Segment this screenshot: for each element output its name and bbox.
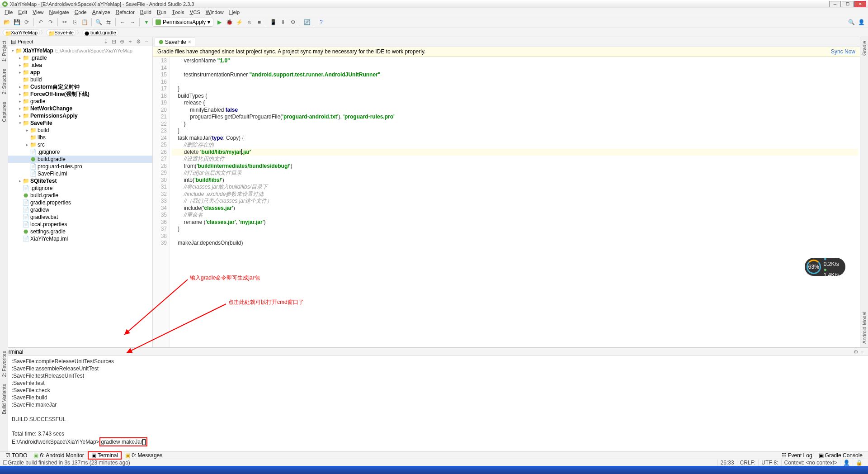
menu-run[interactable]: Run xyxy=(154,9,169,15)
find-icon[interactable]: 🔍 xyxy=(94,18,103,26)
run-config-selector[interactable]: PermissionsApply ▾ xyxy=(152,18,213,27)
menu-navigate[interactable]: Navigate xyxy=(47,9,72,15)
tree-item[interactable]: ▸📁.gradle xyxy=(8,54,152,62)
tree-item[interactable]: 📄gradle.properties xyxy=(8,199,152,206)
tree-item[interactable]: 📄.gitignore xyxy=(8,185,152,192)
avd-icon[interactable]: 📱 xyxy=(269,18,277,26)
tree-item[interactable]: ▸📁NetWorkChange xyxy=(8,105,152,112)
tree-item[interactable]: ▸📁Custorm自定义时钟 xyxy=(8,83,152,90)
tree-item[interactable]: 📄proguard-rules.pro xyxy=(8,163,152,170)
tree-item[interactable]: 📄XiaYiYeMap.iml xyxy=(8,235,152,242)
open-icon[interactable]: 📂 xyxy=(3,18,11,26)
tree-item[interactable]: ▸📁SQliteTest xyxy=(8,177,152,185)
stop-icon[interactable]: ■ xyxy=(255,18,263,26)
tree-item[interactable]: 📄.gitignore xyxy=(8,148,152,156)
minimize-button[interactable]: ─ xyxy=(829,1,841,7)
tab-todo[interactable]: ☑TODO xyxy=(3,452,30,459)
menu-view[interactable]: View xyxy=(30,9,47,15)
tab-android-monitor[interactable]: ▣6: Android Monitor xyxy=(31,452,86,459)
tree-item[interactable]: 📄SaveFile.iml xyxy=(8,170,152,177)
tree-item[interactable]: 📁libs xyxy=(8,134,152,141)
sync-now-link[interactable]: Sync Now xyxy=(831,48,855,55)
tree-item[interactable]: ▾📁SaveFile xyxy=(8,119,152,127)
maximize-button[interactable]: ☐ xyxy=(842,1,854,7)
code-editor[interactable]: 1314151617181920212223242526272829303132… xyxy=(153,57,860,347)
menu-analyze[interactable]: Analyze xyxy=(90,9,113,15)
profile-icon[interactable]: ⚡ xyxy=(235,18,243,26)
tab-event-log[interactable]: ☷Event Log xyxy=(779,452,815,459)
make-icon[interactable]: ▾ xyxy=(142,18,151,26)
vtab-gradle[interactable]: Gradle xyxy=(861,37,868,59)
gear-icon[interactable]: ⚙ xyxy=(135,38,142,45)
performance-widget[interactable]: 63% ● 0.2K/s ● 1.4K/s xyxy=(805,258,845,276)
undo-icon[interactable]: ↶ xyxy=(37,18,45,26)
cut-icon[interactable]: ✂ xyxy=(61,18,69,26)
divide-icon[interactable]: ÷ xyxy=(127,38,133,45)
debug-icon[interactable]: 🐞 xyxy=(225,18,233,26)
windows-taskbar[interactable] xyxy=(0,466,868,474)
close-button[interactable]: ✕ xyxy=(854,1,866,7)
crumb-1[interactable]: 📁SaveFile xyxy=(46,29,76,36)
sync-gradle-icon[interactable]: 🔄 xyxy=(303,18,311,26)
menu-edit[interactable]: Edit xyxy=(15,9,30,15)
code-content[interactable]: versionName "1.0" testInstrumentationRun… xyxy=(170,57,860,347)
terminal-output[interactable]: :SaveFile:compileReleaseUnitTestSources:… xyxy=(8,356,868,451)
tab-gradle-console[interactable]: ▣Gradle Console xyxy=(816,452,865,459)
tree-item[interactable]: 📄gradlew xyxy=(8,206,152,213)
menu-window[interactable]: Window xyxy=(203,9,226,15)
user-icon[interactable]: 👤 xyxy=(857,18,865,26)
tree-item[interactable]: ▸📁src xyxy=(8,141,152,148)
target-icon[interactable]: ⊕ xyxy=(119,38,125,45)
tab-messages[interactable]: ▣0: Messages xyxy=(123,452,165,459)
tree-item[interactable]: ▸📁gradle xyxy=(8,98,152,105)
gear-icon[interactable]: ⚙ xyxy=(853,349,859,355)
encoding[interactable]: UTF-8: xyxy=(758,460,781,466)
back-icon[interactable]: ← xyxy=(118,18,127,26)
menu-vcs[interactable]: VCS xyxy=(187,9,203,15)
tree-item[interactable]: 📄gradlew.bat xyxy=(8,213,152,221)
vtab-android-model[interactable]: Android Model xyxy=(861,308,868,347)
forward-icon[interactable]: → xyxy=(128,18,137,26)
replace-icon[interactable]: ⇆ xyxy=(104,18,113,26)
sync-icon[interactable]: ⟳ xyxy=(23,18,31,26)
hide-icon[interactable]: − xyxy=(859,349,865,355)
line-ending[interactable]: CRLF: xyxy=(737,460,759,466)
tree-item[interactable]: 📄local.properties xyxy=(8,221,152,228)
context[interactable]: Context: <no context> xyxy=(781,460,840,466)
tree-item[interactable]: ▸📁.idea xyxy=(8,62,152,69)
vtab-structure[interactable]: 2: Structure xyxy=(0,65,8,98)
tab-close-icon[interactable]: × xyxy=(188,39,191,45)
project-tree[interactable]: ▾📁XiaYiYeMapE:\Android\workSpace\XiaYiYe… xyxy=(8,46,152,347)
attach-icon[interactable]: ⎋ xyxy=(245,18,253,26)
menu-tools[interactable]: Tools xyxy=(169,9,187,15)
vtab-captures[interactable]: Captures xyxy=(0,98,8,126)
project-structure-icon[interactable]: ⚙ xyxy=(289,18,297,26)
tree-item[interactable]: ▸📁app xyxy=(8,69,152,76)
copy-icon[interactable]: ⎘ xyxy=(71,18,79,26)
editor-tab-savefile[interactable]: ⬣ SaveFile × xyxy=(155,38,195,46)
crumb-2[interactable]: ⬣build.gradle xyxy=(82,29,118,36)
run-icon[interactable]: ▶ xyxy=(215,18,223,26)
tab-terminal[interactable]: ▣Terminal xyxy=(88,451,122,460)
tree-item[interactable]: 📁build xyxy=(8,76,152,83)
menu-build[interactable]: Build xyxy=(137,9,154,15)
save-icon[interactable]: 💾 xyxy=(13,18,21,26)
vtab-project[interactable]: 1: Project xyxy=(0,37,8,65)
collapse-icon[interactable]: ⊟ xyxy=(111,38,117,45)
inspector-icon[interactable]: 👤 xyxy=(840,460,853,466)
chevron-icon[interactable]: ⇣ xyxy=(103,38,109,45)
vtab-favorites[interactable]: 2: Favorites xyxy=(0,347,8,380)
vtab-build-variants[interactable]: Build Variants xyxy=(0,380,8,418)
menu-file[interactable]: File xyxy=(2,9,15,15)
help-icon[interactable]: ? xyxy=(317,18,325,26)
tree-item[interactable]: ▸📁build xyxy=(8,127,152,134)
menu-refactor[interactable]: Refactor xyxy=(113,9,137,15)
redo-icon[interactable]: ↷ xyxy=(47,18,55,26)
menu-help[interactable]: Help xyxy=(226,9,242,15)
tree-item[interactable]: ⬣build.gradle xyxy=(8,192,152,199)
search-everywhere-icon[interactable]: 🔍 xyxy=(847,18,855,26)
paste-icon[interactable]: 📋 xyxy=(80,18,89,26)
menu-code[interactable]: Code xyxy=(72,9,90,15)
lock-icon[interactable]: 🔒 xyxy=(853,460,865,466)
sdk-icon[interactable]: ⬇ xyxy=(279,18,287,26)
